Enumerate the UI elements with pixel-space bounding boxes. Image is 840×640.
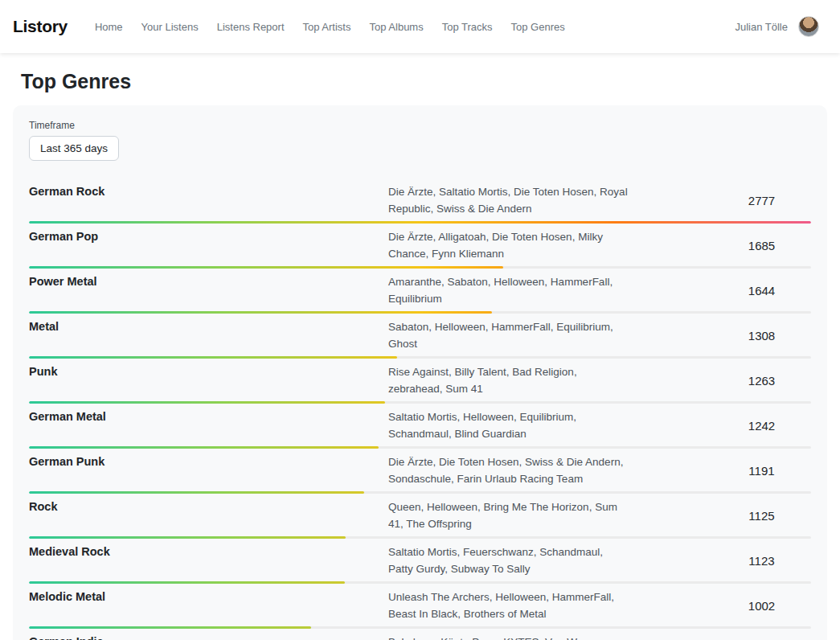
genre-row: Medieval RockSaltatio Mortis, Feuerschwa… — [29, 539, 811, 584]
genre-row-content: German PopDie Ärzte, Alligatoah, Die Tot… — [29, 224, 811, 266]
genre-artists: Bukahara, Käptn Peng, KYTES, Von Wegen L… — [388, 634, 629, 640]
genre-artists: Rise Against, Billy Talent, Bad Religion… — [388, 363, 629, 397]
nav-item-top-tracks[interactable]: Top Tracks — [442, 21, 493, 33]
genre-bar-track — [29, 446, 811, 449]
genre-row: PunkRise Against, Billy Talent, Bad Reli… — [29, 359, 811, 404]
genre-bar-fill — [29, 581, 345, 584]
genre-name: Melodic Metal — [29, 589, 388, 603]
genre-bar-track — [29, 536, 811, 539]
genre-bar-fill — [29, 626, 311, 629]
genre-count: 1123 — [712, 554, 811, 568]
genre-bar-track — [29, 626, 811, 629]
user-name[interactable]: Julian Tölle — [735, 21, 788, 33]
timeframe-select[interactable]: Last 365 days — [29, 136, 119, 161]
genre-name: German Pop — [29, 228, 388, 243]
genre-name: German Rock — [29, 183, 388, 198]
genre-bar-fill — [29, 446, 379, 449]
genre-bar-track — [29, 491, 811, 494]
genre-artists: Unleash The Archers, Helloween, HammerFa… — [388, 589, 629, 622]
timeframe-value: Last 365 days — [40, 142, 108, 154]
genre-name: German Metal — [29, 408, 388, 423]
nav-item-home[interactable]: Home — [95, 21, 123, 33]
genre-row: German PunkDie Ärzte, Die Toten Hosen, S… — [29, 449, 811, 494]
genre-artists: Saltatio Mortis, Helloween, Equilibrium,… — [388, 408, 629, 442]
genre-row-content: RockQueen, Helloween, Bring Me The Horiz… — [29, 494, 811, 536]
genre-count: 1308 — [712, 329, 811, 343]
genre-artists: Amaranthe, Sabaton, Helloween, HammerFal… — [388, 273, 629, 307]
genre-artists: Sabaton, Helloween, HammerFall, Equilibr… — [388, 318, 629, 352]
genre-bar-track — [29, 266, 811, 269]
genre-bar-fill — [29, 356, 397, 359]
genre-bar-track — [29, 401, 811, 404]
genre-artists: Queen, Helloween, Bring Me The Horizon, … — [388, 498, 629, 532]
genre-row: German IndieBukahara, Käptn Peng, KYTES,… — [29, 629, 811, 640]
genre-bar-track — [29, 581, 811, 584]
genre-bar-fill — [29, 401, 385, 404]
genre-row-content: German IndieBukahara, Käptn Peng, KYTES,… — [29, 629, 811, 640]
genre-artists: Saltatio Mortis, Feuerschwanz, Schandmau… — [388, 544, 629, 577]
genre-row: MetalSabaton, Helloween, HammerFall, Equ… — [29, 314, 811, 359]
timeframe-label: Timeframe — [29, 120, 811, 131]
genre-artists: Die Ärzte, Alligatoah, Die Toten Hosen, … — [388, 228, 629, 262]
genre-count: 1191 — [712, 464, 811, 478]
genre-count: 1125 — [712, 509, 811, 523]
genre-name: Medieval Rock — [29, 544, 388, 558]
genre-count: 2777 — [712, 194, 811, 207]
genre-count: 1685 — [712, 239, 811, 252]
genre-row-content: Power MetalAmaranthe, Sabaton, Helloween… — [29, 269, 811, 311]
genre-bar-fill — [29, 536, 346, 539]
genre-count: 1002 — [712, 599, 811, 613]
genre-row-content: Medieval RockSaltatio Mortis, Feuerschwa… — [29, 539, 811, 581]
top-genres-panel: Timeframe Last 365 days German RockDie Ä… — [13, 105, 827, 640]
genre-name: German Punk — [29, 453, 388, 468]
nav-item-top-genres[interactable]: Top Genres — [511, 21, 565, 33]
genre-row: Melodic MetalUnleash The Archers, Hellow… — [29, 584, 811, 629]
genre-name: Rock — [29, 498, 388, 513]
nav-user-area: Julian Tölle — [735, 16, 819, 37]
nav-item-listens-report[interactable]: Listens Report — [217, 21, 285, 33]
genre-bar-fill — [29, 311, 492, 314]
genre-row-content: German PunkDie Ärzte, Die Toten Hosen, S… — [29, 449, 811, 491]
genre-row-content: Melodic MetalUnleash The Archers, Hellow… — [29, 584, 811, 626]
genre-artists: Die Ärzte, Saltatio Mortis, Die Toten Ho… — [388, 183, 629, 217]
nav-item-top-artists[interactable]: Top Artists — [303, 21, 351, 33]
genre-name: Power Metal — [29, 273, 388, 288]
app-logo[interactable]: Listory — [13, 17, 68, 36]
genre-count: 1242 — [712, 419, 811, 433]
genre-name: Metal — [29, 318, 388, 333]
genres-table: German RockDie Ärzte, Saltatio Mortis, D… — [29, 178, 811, 640]
genre-bar-track — [29, 311, 811, 314]
page-title: Top Genres — [21, 70, 840, 93]
nav-item-your-listens[interactable]: Your Listens — [141, 21, 199, 33]
main-content: Top Genres Timeframe Last 365 days Germa… — [0, 70, 840, 640]
genre-bar-track — [29, 221, 811, 224]
genre-count: 1644 — [712, 284, 811, 297]
genre-row: German MetalSaltatio Mortis, Helloween, … — [29, 404, 811, 449]
genre-name: German Indie — [29, 634, 388, 640]
genre-row-content: PunkRise Against, Billy Talent, Bad Reli… — [29, 359, 811, 401]
genre-row-content: German MetalSaltatio Mortis, Helloween, … — [29, 404, 811, 446]
genre-row: German PopDie Ärzte, Alligatoah, Die Tot… — [29, 224, 811, 269]
genre-row: Power MetalAmaranthe, Sabaton, Helloween… — [29, 269, 811, 314]
genre-bar-fill — [29, 491, 364, 494]
genre-bar-fill — [29, 221, 811, 224]
genre-name: Punk — [29, 363, 388, 378]
genre-count: 1263 — [712, 374, 811, 388]
genre-row-content: MetalSabaton, Helloween, HammerFall, Equ… — [29, 314, 811, 356]
genre-row: German RockDie Ärzte, Saltatio Mortis, D… — [29, 178, 811, 224]
genre-artists: Die Ärzte, Die Toten Hosen, Swiss & Die … — [388, 453, 629, 487]
genre-bar-track — [29, 356, 811, 359]
user-avatar[interactable] — [798, 16, 819, 37]
nav-item-top-albums[interactable]: Top Albums — [369, 21, 423, 33]
top-navbar: Listory HomeYour ListensListens ReportTo… — [0, 0, 840, 53]
genre-row-content: German RockDie Ärzte, Saltatio Mortis, D… — [29, 178, 811, 221]
nav-links: HomeYour ListensListens ReportTop Artist… — [95, 21, 736, 33]
genre-bar-fill — [29, 266, 503, 269]
genre-row: RockQueen, Helloween, Bring Me The Horiz… — [29, 494, 811, 539]
